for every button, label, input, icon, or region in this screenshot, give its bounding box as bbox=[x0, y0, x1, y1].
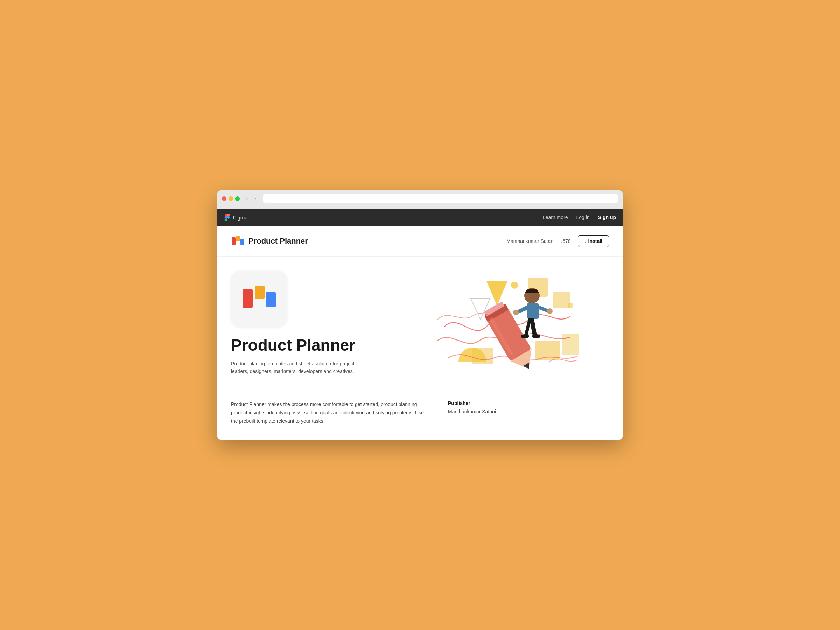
publisher-info: Manthankumar Satani ↓678 bbox=[507, 238, 570, 244]
plugin-logo-small bbox=[231, 235, 244, 248]
plugin-logo-large bbox=[242, 283, 276, 314]
plugin-description-long: Product Planner makes the process more c… bbox=[231, 400, 427, 425]
plugin-body: Product Planner makes the process more c… bbox=[217, 390, 623, 439]
install-count: ↓678 bbox=[560, 238, 570, 244]
svg-rect-5 bbox=[266, 292, 276, 307]
svg-marker-11 bbox=[486, 281, 507, 306]
browser-window: ‹ › Figma Learn more Log in Sign up bbox=[217, 190, 623, 439]
plugin-title: Product Planner bbox=[248, 237, 308, 246]
svg-rect-3 bbox=[243, 289, 253, 308]
svg-point-22 bbox=[513, 310, 519, 315]
svg-rect-1 bbox=[236, 236, 240, 242]
plugin-sidebar: Publisher Manthankumar Satani bbox=[448, 400, 525, 425]
install-button[interactable]: ↓ Install bbox=[578, 235, 609, 247]
figma-icon bbox=[224, 213, 230, 221]
plugin-illustration bbox=[392, 270, 609, 382]
nav-arrows: ‹ › bbox=[243, 194, 259, 202]
publisher-name-header: Manthankumar Satani bbox=[507, 238, 554, 244]
svg-point-23 bbox=[547, 308, 553, 314]
figma-logo[interactable]: Figma bbox=[224, 213, 248, 221]
hero-illustration bbox=[417, 270, 584, 382]
maximize-button[interactable] bbox=[235, 196, 240, 201]
plugin-page: Product Planner Manthankumar Satani ↓678… bbox=[217, 226, 623, 439]
figma-navbar: Figma Learn more Log in Sign up bbox=[217, 208, 623, 226]
sign-up-link[interactable]: Sign up bbox=[598, 215, 616, 220]
back-button[interactable]: ‹ bbox=[243, 194, 251, 202]
svg-rect-19 bbox=[527, 303, 539, 319]
plugin-hero: Product Planner Product planing template… bbox=[217, 257, 623, 390]
plugin-logo-large-wrapper bbox=[231, 270, 287, 327]
svg-point-24 bbox=[511, 282, 518, 289]
log-in-link[interactable]: Log in bbox=[576, 215, 590, 220]
publisher-sidebar-value: Manthankumar Satani bbox=[448, 409, 525, 414]
svg-point-20 bbox=[521, 334, 529, 338]
plugin-left: Product Planner Product planing template… bbox=[231, 270, 378, 375]
plugin-tagline: Product planing templates and sheets sol… bbox=[231, 360, 364, 376]
plugin-header: Product Planner Manthankumar Satani ↓678… bbox=[217, 226, 623, 257]
learn-more-link[interactable]: Learn more bbox=[543, 215, 568, 220]
address-bar[interactable] bbox=[263, 194, 618, 203]
browser-chrome: ‹ › bbox=[217, 190, 623, 208]
svg-rect-4 bbox=[255, 286, 265, 299]
minimize-button[interactable] bbox=[229, 196, 233, 201]
svg-point-25 bbox=[568, 303, 573, 308]
svg-rect-7 bbox=[553, 292, 570, 308]
svg-rect-2 bbox=[240, 239, 244, 245]
publisher-heading: Publisher bbox=[448, 400, 525, 406]
svg-rect-0 bbox=[232, 237, 235, 245]
nav-links: Learn more Log in Sign up bbox=[543, 215, 616, 220]
browser-controls: ‹ › bbox=[222, 194, 618, 203]
svg-rect-9 bbox=[562, 333, 579, 355]
plugin-name-large: Product Planner bbox=[231, 336, 378, 354]
close-button[interactable] bbox=[222, 196, 226, 201]
traffic-lights bbox=[222, 196, 240, 201]
forward-button[interactable]: › bbox=[252, 194, 259, 202]
svg-point-21 bbox=[532, 334, 540, 338]
